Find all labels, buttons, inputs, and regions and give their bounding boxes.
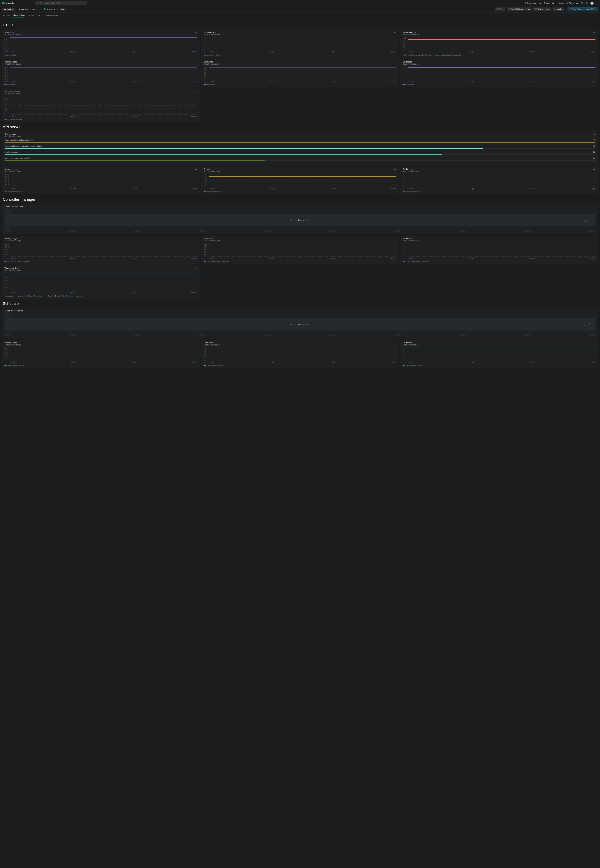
search-box[interactable] <box>35 1 87 5</box>
objcount-bar <box>5 154 595 155</box>
get-started-link[interactable]: Get started <box>566 2 578 4</box>
panel-api-goroutines: Goroutines Since 20 minutes ago ⋯ 2.5 k2… <box>201 166 399 194</box>
chart-line <box>10 245 197 245</box>
legend-item: etcd-minikube <box>403 84 414 85</box>
legend-dot <box>204 84 205 85</box>
panel-menu-icon[interactable]: ⋯ <box>593 310 596 312</box>
panel-has-leader: Has leader Since 20 minutes ago ⋯ 10.90.… <box>2 30 200 58</box>
legend-dot <box>5 119 6 120</box>
search-input[interactable] <box>39 2 86 4</box>
svg-rect-3 <box>558 2 558 3</box>
avatar[interactable] <box>591 2 594 5</box>
panel-title: Memory usage <box>5 342 197 344</box>
legend-dot <box>403 261 404 262</box>
objcount-row: serviceaccounts58 <box>5 151 595 155</box>
legend-item: service <box>76 295 82 297</box>
crumb-cluster[interactable]: minikube <box>47 8 55 11</box>
share-button[interactable]: Share <box>495 8 505 11</box>
svg-point-6 <box>567 2 568 3</box>
legend-item: kube-apiserver-minikube <box>403 191 421 193</box>
star-icon[interactable]: ☆ <box>40 8 42 11</box>
settings-icon[interactable] <box>586 2 588 5</box>
chevron-down-icon: ▼ <box>595 9 596 10</box>
brand-logo[interactable]: new relic <box>2 2 14 5</box>
clock-icon <box>570 8 571 11</box>
objcount-label: clusterroles.rbac.authorization.k8s.io <box>5 139 36 141</box>
chart-line <box>408 348 595 348</box>
section-cm-title: Controller manager <box>3 197 598 202</box>
explorer-dropdown[interactable]: Explorer▼ <box>2 8 15 11</box>
panel-title: Memory usage <box>5 168 197 170</box>
legend-item: kube-controller-manager-minikube <box>204 261 229 262</box>
tab-live-debugging[interactable]: Live debugging with Pixie <box>37 13 58 18</box>
tag-icon: ⊙ <box>61 8 63 10</box>
panel-menu-icon[interactable]: ⋯ <box>394 31 397 34</box>
panel-sched-memory: Memory usage Since 20 minutes ago ⋯ 60 M… <box>2 340 200 368</box>
panel-menu-icon[interactable]: ⋯ <box>593 342 596 344</box>
tabs: Summary Control plane Events Live debugg… <box>0 12 600 18</box>
panel-object-counts: Object counts Since 20 minutes ago ⋯ clu… <box>2 131 598 165</box>
add-data-link[interactable]: Add data <box>544 2 554 4</box>
legend-dot <box>5 191 6 192</box>
legend-item: etcd-minikube, Open file descriptors <box>434 54 461 56</box>
chevron-down-icon[interactable]: ▼ <box>57 9 58 10</box>
panel-menu-icon[interactable]: ⋯ <box>593 238 596 240</box>
panel-menu-icon[interactable]: ⋯ <box>195 342 198 344</box>
pixie-dns-button[interactable]: Spot DNS issues in Pixie <box>507 8 532 11</box>
panel-menu-icon[interactable]: ⋯ <box>593 168 596 171</box>
panel-subtitle: Since 20 minutes ago <box>5 344 197 346</box>
legend-dot <box>403 84 404 85</box>
query-data-link[interactable]: Query your data <box>524 2 541 4</box>
hover-line <box>85 174 85 187</box>
panel-menu-icon[interactable]: ⋯ <box>195 238 198 240</box>
panel-subtitle: Since 20 minutes ago <box>5 269 197 271</box>
metrics-button[interactable]: Metrics <box>553 8 564 11</box>
section-etcd-title: ETCD <box>3 23 598 27</box>
panel-menu-icon[interactable]: ⋯ <box>195 90 198 93</box>
no-data-icon <box>583 217 592 224</box>
svg-rect-4 <box>557 3 557 4</box>
legend-dot <box>204 261 205 262</box>
chevron-down-icon: ▼ <box>12 9 13 10</box>
objcount-label: apiservices.apiregistration.k8s.io <box>5 157 32 159</box>
panel-menu-icon[interactable]: ⋯ <box>593 206 596 208</box>
legend-dot <box>434 55 435 56</box>
chevron-down-icon[interactable]: ▼ <box>596 2 598 4</box>
objcount-label: serviceaccounts <box>5 151 18 153</box>
help-icon[interactable] <box>581 2 583 5</box>
svg-rect-1 <box>525 2 526 3</box>
panel-title: File descriptors <box>403 31 595 33</box>
panel-menu-icon[interactable]: ⋯ <box>195 168 198 171</box>
panel-menu-icon[interactable]: ⋯ <box>593 133 596 136</box>
tab-summary[interactable]: Summary <box>2 13 10 18</box>
panel-menu-icon[interactable]: ⋯ <box>195 61 198 64</box>
crumb-sep: / <box>17 8 17 11</box>
panel-menu-icon[interactable]: ⋯ <box>394 61 397 64</box>
k8s-dashboard-button[interactable]: K8s dashboard <box>533 8 551 11</box>
legend-item: daemonset <box>17 295 26 297</box>
chart-plot <box>10 67 197 80</box>
tab-control-plane[interactable]: Control plane <box>14 13 25 18</box>
panel-sched-goroutines: Goroutines Since 20 minutes ago ⋯ 180160… <box>201 340 399 368</box>
panel-subtitle: Since 20 minutes ago <box>5 170 197 172</box>
time-picker[interactable]: Since 20 minutes ago (UTC)▼ <box>568 7 598 11</box>
tag-badge[interactable]: ⊙4 <box>60 8 66 11</box>
panel-menu-icon[interactable]: ⋯ <box>593 61 596 64</box>
apps-link[interactable]: Apps <box>557 2 564 4</box>
panel-menu-icon[interactable]: ⋯ <box>394 342 397 344</box>
divider: | <box>566 8 566 11</box>
panel-menu-icon[interactable]: ⋯ <box>195 31 198 34</box>
crumb-clusters[interactable]: Kubernetes clusters <box>19 8 36 11</box>
tab-events[interactable]: Events <box>28 13 34 18</box>
panel-subtitle: Since 20 minutes ago <box>403 170 595 172</box>
panel-title: Go threads <box>403 238 595 239</box>
panel-menu-icon[interactable]: ⋯ <box>195 267 198 270</box>
pixie-icon <box>509 8 511 11</box>
hover-line <box>284 243 284 256</box>
panel-subtitle: Since 20 minutes ago <box>403 63 595 65</box>
panel-cm-goroutines: Goroutines Since 20 minutes ago ⋯ 1.4 k1… <box>201 236 399 264</box>
legend-dot <box>204 55 205 56</box>
panel-menu-icon[interactable]: ⋯ <box>394 168 397 171</box>
panel-menu-icon[interactable]: ⋯ <box>593 31 596 34</box>
panel-menu-icon[interactable]: ⋯ <box>394 238 397 240</box>
